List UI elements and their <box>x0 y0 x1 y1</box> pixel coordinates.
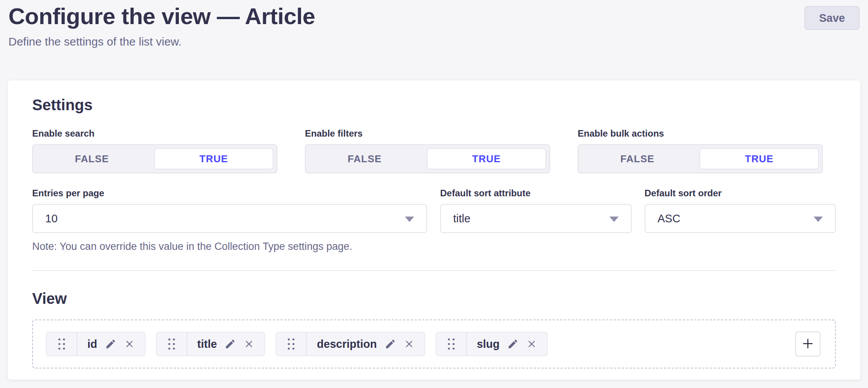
edit-pencil-icon[interactable] <box>385 338 396 350</box>
enable-filters-false-option[interactable]: FALSE <box>306 145 424 173</box>
enable-filters-true-option[interactable]: TRUE <box>427 148 546 170</box>
remove-icon[interactable] <box>244 339 254 349</box>
add-field-button[interactable] <box>795 331 821 357</box>
edit-pencil-icon[interactable] <box>105 338 116 350</box>
enable-filters-label: Enable filters <box>305 128 550 139</box>
enable-bulk-actions-field: Enable bulk actions FALSE TRUE <box>578 128 823 173</box>
enable-filters-field: Enable filters FALSE TRUE <box>305 128 550 173</box>
default-sort-attribute-value: title <box>453 212 470 225</box>
page-title: Configure the view — Article <box>8 3 315 29</box>
entries-per-page-label: Entries per page <box>32 188 427 199</box>
remove-icon[interactable] <box>526 339 537 349</box>
page-subtitle: Define the settings of the list view. <box>8 35 182 48</box>
settings-heading: Settings <box>32 96 836 114</box>
edit-pencil-icon[interactable] <box>507 338 519 350</box>
view-heading: View <box>32 290 836 307</box>
enable-search-field: Enable search FALSE TRUE <box>32 128 277 173</box>
field-chip-label: title <box>197 338 217 351</box>
default-sort-order-value: ASC <box>658 212 681 225</box>
entries-per-page-value: 10 <box>45 212 57 225</box>
enable-bulk-actions-toggle[interactable]: FALSE TRUE <box>578 144 823 173</box>
enable-search-label: Enable search <box>32 128 277 139</box>
field-chip-id[interactable]: id <box>46 332 146 356</box>
field-dropzone: id title <box>32 320 836 368</box>
save-button[interactable]: Save <box>804 6 860 30</box>
drag-handle-icon[interactable] <box>276 333 307 355</box>
enable-bulk-actions-label: Enable bulk actions <box>578 128 823 139</box>
drag-handle-icon[interactable] <box>436 333 467 355</box>
field-chip-label: description <box>317 338 377 351</box>
entries-per-page-note: Note: You can override this value in the… <box>32 241 427 253</box>
default-sort-order-select[interactable]: ASC <box>645 204 836 233</box>
remove-icon[interactable] <box>404 339 414 349</box>
toggles-row: Enable search FALSE TRUE Enable filters … <box>32 128 836 173</box>
remove-icon[interactable] <box>124 339 135 349</box>
section-divider <box>32 270 836 271</box>
entries-per-page-field: Entries per page 10 Note: You can overri… <box>32 188 427 253</box>
field-chip-label: slug <box>477 338 500 351</box>
chevron-down-icon <box>814 217 823 222</box>
chevron-down-icon <box>405 217 414 222</box>
enable-search-false-option[interactable]: FALSE <box>33 145 151 173</box>
enable-filters-toggle[interactable]: FALSE TRUE <box>305 144 550 173</box>
default-sort-order-label: Default sort order <box>645 188 836 199</box>
enable-bulk-actions-false-option[interactable]: FALSE <box>578 145 696 173</box>
chevron-down-icon <box>609 217 619 222</box>
drag-handle-icon[interactable] <box>157 333 187 355</box>
enable-search-true-option[interactable]: TRUE <box>154 148 274 170</box>
edit-pencil-icon[interactable] <box>224 338 236 350</box>
enable-bulk-actions-true-option[interactable]: TRUE <box>699 148 819 170</box>
selects-row: Entries per page 10 Note: You can overri… <box>32 188 836 253</box>
field-chip-title[interactable]: title <box>156 332 265 356</box>
default-sort-attribute-select[interactable]: title <box>440 204 632 233</box>
default-sort-attribute-field: Default sort attribute title <box>440 188 632 253</box>
settings-card: Settings Enable search FALSE TRUE Enable… <box>8 80 860 380</box>
default-sort-attribute-label: Default sort attribute <box>440 188 632 199</box>
field-chip-description[interactable]: description <box>275 332 425 356</box>
page-header: Configure the view — Article Define the … <box>0 0 868 80</box>
enable-search-toggle[interactable]: FALSE TRUE <box>32 144 277 173</box>
field-chip-slug[interactable]: slug <box>436 332 548 356</box>
field-chip-label: id <box>87 338 97 351</box>
entries-per-page-select[interactable]: 10 <box>32 204 427 233</box>
plus-icon <box>801 337 814 351</box>
drag-handle-icon[interactable] <box>47 333 77 355</box>
default-sort-order-field: Default sort order ASC <box>645 188 836 253</box>
